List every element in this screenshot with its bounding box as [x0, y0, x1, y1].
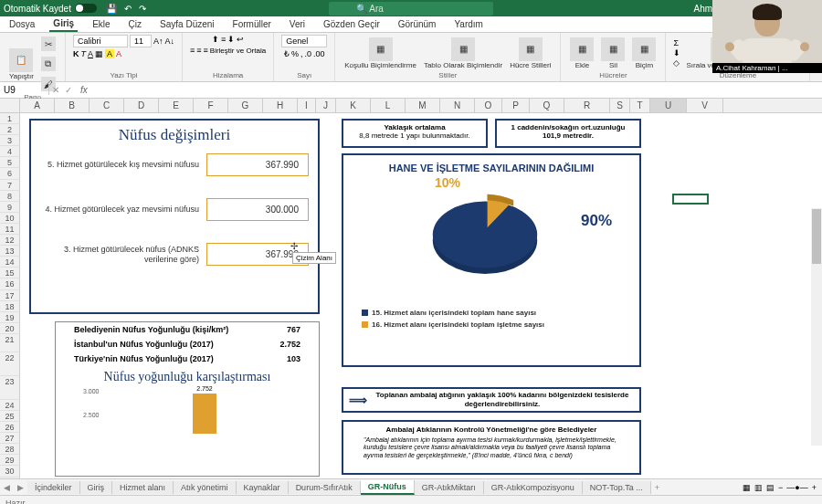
row-headers: 1234567891011121314151617181920212223242…: [0, 113, 20, 478]
density-panel: Belediyenin Nüfus Yoğunluğu (kişi/km²)76…: [55, 321, 320, 477]
wrap-text-icon[interactable]: ↩: [237, 35, 244, 44]
name-box[interactable]: U9: [0, 85, 49, 95]
pie-chart-panel[interactable]: HANE VE İŞLETME SAYILARININ DAĞILIMI 10%…: [342, 153, 641, 367]
search-box[interactable]: 🔍 Ara: [329, 2, 493, 16]
font-size-select[interactable]: 11: [130, 35, 152, 47]
fill-icon[interactable]: ⬇: [673, 48, 680, 58]
format-cells-button[interactable]: ▦Biçim: [630, 36, 658, 71]
percent-icon[interactable]: %: [291, 49, 299, 58]
active-cell[interactable]: [672, 194, 709, 205]
vertical-scrollbar[interactable]: [811, 208, 822, 446]
tab-layout[interactable]: Sayfa Düzeni: [156, 17, 217, 31]
nufus-yaz-value[interactable]: 300.000: [206, 198, 309, 221]
sheet-tab-bar: ◀ ▶ İçindekiler Giriş Hizmet alanı Atık …: [0, 478, 822, 495]
table-format-button[interactable]: ▦Tablo Olarak Biçimlendir: [422, 36, 504, 71]
sheet-tab[interactable]: İçindekiler: [27, 481, 80, 494]
avg-box: Yaklaşık ortalama 8,8 metrede 1 yapı bul…: [342, 119, 488, 148]
border-icon[interactable]: ▦: [95, 49, 103, 58]
view-normal-icon[interactable]: ▦: [743, 483, 751, 492]
insert-cells-button[interactable]: ▦Ekle: [568, 36, 595, 71]
fx-enter-icon[interactable]: ✓: [62, 85, 75, 95]
sheet-tab[interactable]: GR-AtıkMiktarı: [415, 481, 484, 494]
chart-area-tooltip: Çizim Alanı: [292, 252, 336, 264]
decrease-font-icon[interactable]: A↓: [165, 37, 175, 46]
status-bar: Hazır: [0, 495, 822, 504]
fx-icon[interactable]: fx: [75, 85, 93, 95]
underline-button[interactable]: A: [88, 49, 93, 58]
nufus-panel: Nüfus değişimleri 5. Hizmet götürülecek …: [29, 119, 320, 314]
sheet-tab[interactable]: Kaynaklar: [237, 481, 289, 494]
clear-icon[interactable]: ◇: [673, 58, 680, 68]
cut-icon[interactable]: ✂: [39, 35, 58, 53]
formula-bar: U9 ✕ ✓ fx: [0, 82, 822, 99]
ribbon: 📋Yapıştır ✂ ⧉ 🖌 Pano Calibri 11 A↑ A↓ K …: [0, 33, 822, 82]
pie-chart: [426, 184, 544, 285]
ribbon-tabs: Dosya Giriş Ekle Çiz Sayfa Düzeni Formül…: [0, 16, 822, 33]
zoom-in-icon[interactable]: +: [812, 483, 817, 492]
tab-help[interactable]: Yardım: [450, 17, 487, 31]
zoom-out-icon[interactable]: −: [778, 483, 783, 492]
nufus-kis-value[interactable]: 367.990: [206, 153, 309, 176]
sheet-tab[interactable]: Hizmet alanı: [112, 481, 174, 494]
italic-button[interactable]: T: [80, 49, 86, 58]
font-color-icon[interactable]: A: [116, 49, 121, 58]
align-mid-icon[interactable]: ≡: [221, 35, 226, 44]
undo-icon[interactable]: ↶: [124, 4, 132, 14]
sheet-nav-next-icon[interactable]: ▶: [14, 483, 27, 492]
tab-view[interactable]: Görünüm: [395, 17, 440, 31]
sheet-tab[interactable]: GR-AtıkKompozisyonu: [484, 481, 583, 494]
nufus-title: Nüfus değişimleri: [31, 121, 318, 150]
sheet-tab[interactable]: Durum-SıfırAtık: [289, 481, 361, 494]
delete-cells-button[interactable]: ▦Sil: [599, 36, 627, 71]
title-bar: Otomatik Kaydet 💾 ↶ ↷ Rev_SAY-MEDA.xlsx …: [0, 0, 822, 16]
road-length-box: 1 caddenin/sokağın ort.uzunluğu 101,9 me…: [495, 119, 641, 148]
view-layout-icon[interactable]: ▥: [754, 483, 763, 492]
decimal-inc-icon[interactable]: .0: [304, 49, 311, 58]
add-sheet-button[interactable]: +: [651, 483, 663, 492]
select-all-corner[interactable]: [0, 99, 20, 112]
view-pagebreak-icon[interactable]: ▤: [766, 483, 775, 492]
tab-data[interactable]: Veri: [286, 17, 309, 31]
tab-insert[interactable]: Ekle: [89, 17, 113, 31]
sheet-tab[interactable]: Giriş: [80, 481, 113, 494]
number-format-select[interactable]: Genel: [281, 35, 327, 47]
align-bot-icon[interactable]: ⬇: [227, 35, 235, 44]
tab-file[interactable]: Dosya: [5, 17, 38, 31]
autosave-toggle[interactable]: Otomatik Kaydet: [4, 4, 97, 14]
comma-icon[interactable]: ,: [300, 49, 303, 58]
align-left-icon[interactable]: ≡: [190, 46, 195, 55]
tab-review[interactable]: Gözden Geçir: [320, 17, 384, 31]
paste-button[interactable]: 📋Yapıştır: [7, 47, 36, 82]
align-right-icon[interactable]: ≡: [204, 46, 208, 55]
redo-icon[interactable]: ↷: [139, 4, 146, 14]
currency-icon[interactable]: ₺: [284, 49, 290, 58]
column-headers: A B C D E F G H I J K L M N O P Q R S T …: [0, 99, 822, 113]
font-select[interactable]: Calibri: [73, 35, 128, 47]
cell-styles-button[interactable]: ▦Hücre Stilleri: [508, 36, 553, 71]
cond-format-button[interactable]: ▦Koşullu Biçimlendirme: [342, 36, 418, 71]
sheet-tab[interactable]: NOT-Top.Ta ...: [583, 481, 651, 494]
tab-formulas[interactable]: Formüller: [229, 17, 275, 31]
ambalaj-panel: Ambalaj Atıklarının Kontrolü Yönetmeliği…: [342, 420, 641, 475]
bold-button[interactable]: K: [73, 49, 79, 58]
webcam-overlay: A.Cihat Kahraman | ...: [712, 0, 822, 73]
sheet-tab-active[interactable]: GR-Nüfus: [361, 480, 415, 495]
decimal-dec-icon[interactable]: .00: [313, 49, 325, 58]
zoom-slider[interactable]: —●—: [786, 483, 807, 492]
copy-icon[interactable]: ⧉: [39, 55, 58, 73]
arrow-right-icon: ⟹: [349, 393, 371, 407]
align-top-icon[interactable]: ⬆: [212, 35, 219, 44]
align-center-icon[interactable]: ≡: [196, 46, 201, 55]
spreadsheet-grid[interactable]: A B C D E F G H I J K L M N O P Q R S T …: [0, 99, 822, 478]
sheet-nav-prev-icon[interactable]: ◀: [0, 483, 14, 492]
sheet-tab[interactable]: Atık yönetimi: [174, 481, 237, 494]
save-icon[interactable]: 💾: [106, 4, 117, 14]
autosum-icon[interactable]: Σ: [673, 38, 680, 47]
tab-draw[interactable]: Çiz: [125, 17, 145, 31]
fill-color-icon[interactable]: A: [105, 49, 114, 58]
increase-font-icon[interactable]: A↑: [153, 37, 163, 46]
merge-button[interactable]: Birleştir ve Ortala: [210, 47, 266, 55]
tab-home[interactable]: Giriş: [49, 16, 78, 32]
toplanan-info-box: ⟹ Toplanan ambalaj atığının yaklaşık 100…: [342, 387, 641, 413]
fx-cancel-icon[interactable]: ✕: [49, 85, 62, 95]
